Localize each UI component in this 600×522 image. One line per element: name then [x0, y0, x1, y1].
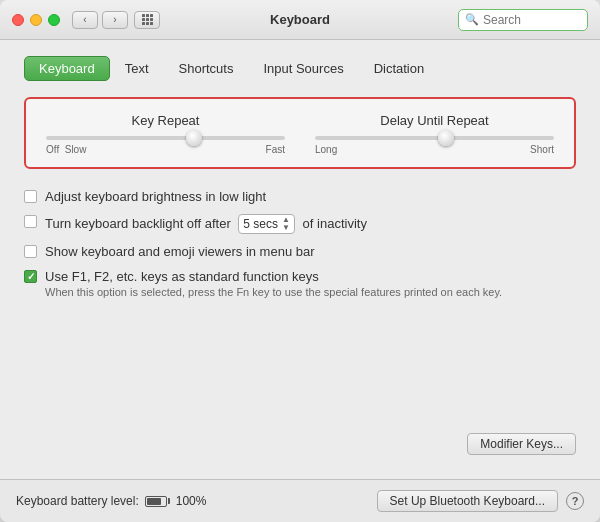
sliders-container: Key Repeat Off Slow Fast Delay Until Rep…: [24, 97, 576, 169]
delay-repeat-long-label: Long: [315, 144, 337, 155]
modifier-btn-area: Modifier Keys...: [24, 433, 576, 463]
checkbox-backlight[interactable]: [24, 215, 37, 228]
nav-buttons: ‹ ›: [72, 11, 128, 29]
key-repeat-fast-label: Fast: [266, 144, 285, 155]
bottom-bar: Keyboard battery level: 100% Set Up Blue…: [0, 479, 600, 522]
modifier-keys-button[interactable]: Modifier Keys...: [467, 433, 576, 455]
battery-section: Keyboard battery level: 100%: [16, 494, 206, 508]
delay-repeat-labels: Long Short: [315, 144, 554, 155]
checkbox-emoji[interactable]: [24, 245, 37, 258]
bottom-buttons: Set Up Bluetooth Keyboard... ?: [377, 490, 584, 512]
checkbox-brightness[interactable]: [24, 190, 37, 203]
back-button[interactable]: ‹: [72, 11, 98, 29]
inactivity-select[interactable]: 5 secs ▲▼: [238, 214, 295, 234]
delay-repeat-track: [315, 136, 554, 140]
battery-label: Keyboard battery level:: [16, 494, 139, 508]
battery-tip: [168, 498, 170, 504]
close-button[interactable]: [12, 14, 24, 26]
grid-button[interactable]: [134, 11, 160, 29]
maximize-button[interactable]: [48, 14, 60, 26]
battery-icon: [145, 496, 170, 507]
battery-fill: [147, 498, 161, 505]
key-repeat-labels: Off Slow Fast: [46, 144, 285, 155]
option-fnkeys-text: Use F1, F2, etc. keys as standard functi…: [45, 269, 502, 284]
bluetooth-keyboard-button[interactable]: Set Up Bluetooth Keyboard...: [377, 490, 558, 512]
option-fnkeys: Use F1, F2, etc. keys as standard functi…: [24, 269, 576, 298]
help-button[interactable]: ?: [566, 492, 584, 510]
delay-repeat-thumb[interactable]: [438, 130, 454, 146]
grid-icon: [142, 14, 153, 25]
delay-repeat-short-label: Short: [530, 144, 554, 155]
option-fnkeys-subtext: When this option is selected, press the …: [45, 286, 502, 298]
keyboard-preferences-window: ‹ › Keyboard 🔍 Keyboard Text Shortcuts I…: [0, 0, 600, 522]
tab-bar: Keyboard Text Shortcuts Input Sources Di…: [24, 56, 576, 81]
delay-repeat-track-wrapper: [315, 136, 554, 140]
option-brightness: Adjust keyboard brightness in low light: [24, 189, 576, 204]
titlebar: ‹ › Keyboard 🔍: [0, 0, 600, 40]
options-section: Adjust keyboard brightness in low light …: [24, 189, 576, 433]
minimize-button[interactable]: [30, 14, 42, 26]
option-brightness-text: Adjust keyboard brightness in low light: [45, 189, 266, 204]
search-input[interactable]: [483, 13, 581, 27]
content-area: Keyboard Text Shortcuts Input Sources Di…: [0, 40, 600, 479]
key-repeat-thumb[interactable]: [186, 130, 202, 146]
key-repeat-group: Key Repeat Off Slow Fast: [46, 113, 285, 155]
delay-repeat-group: Delay Until Repeat Long Short: [315, 113, 554, 155]
tab-dictation[interactable]: Dictation: [359, 56, 440, 81]
option-fnkeys-content: Use F1, F2, etc. keys as standard functi…: [45, 269, 502, 298]
battery-body: [145, 496, 167, 507]
search-box[interactable]: 🔍: [458, 9, 588, 31]
tab-input-sources[interactable]: Input Sources: [248, 56, 358, 81]
key-repeat-track-wrapper: [46, 136, 285, 140]
forward-button[interactable]: ›: [102, 11, 128, 29]
checkbox-fnkeys[interactable]: [24, 270, 37, 283]
tab-text[interactable]: Text: [110, 56, 164, 81]
option-backlight-text: Turn keyboard backlight off after 5 secs…: [45, 214, 367, 234]
traffic-lights: [12, 14, 60, 26]
option-emoji: Show keyboard and emoji viewers in menu …: [24, 244, 576, 259]
key-repeat-track: [46, 136, 285, 140]
battery-percent: 100%: [176, 494, 207, 508]
delay-repeat-label: Delay Until Repeat: [315, 113, 554, 128]
search-icon: 🔍: [465, 13, 479, 26]
select-arrows-icon: ▲▼: [282, 216, 290, 232]
option-emoji-text: Show keyboard and emoji viewers in menu …: [45, 244, 315, 259]
tab-keyboard[interactable]: Keyboard: [24, 56, 110, 81]
key-repeat-off-label: Off Slow: [46, 144, 86, 155]
window-title: Keyboard: [270, 12, 330, 27]
tab-shortcuts[interactable]: Shortcuts: [164, 56, 249, 81]
option-backlight: Turn keyboard backlight off after 5 secs…: [24, 214, 576, 234]
key-repeat-label: Key Repeat: [46, 113, 285, 128]
